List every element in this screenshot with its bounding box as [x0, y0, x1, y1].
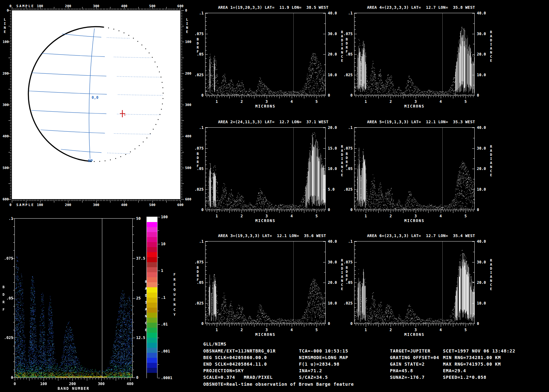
- tick: [99, 200, 99, 201]
- tick: [158, 338, 159, 338]
- line-tick-label: 400: [185, 135, 191, 138]
- area-bdrf-axis-title: D: [197, 42, 199, 45]
- tick: [181, 162, 182, 162]
- area-y-right-label: 15.0: [328, 146, 337, 150]
- tick: [262, 96, 262, 97]
- tick: [267, 96, 267, 98]
- tick: [136, 200, 136, 201]
- tick: [181, 160, 182, 160]
- planet-limb-dotted: [115, 158, 116, 159]
- tick: [242, 96, 242, 98]
- tick: [274, 324, 274, 326]
- tick: [8, 26, 11, 26]
- area-2-title: AREA 2=(24,11,3,3) LAT= 12.7 LON= 37.1 W…: [218, 120, 328, 124]
- tick: [13, 306, 14, 306]
- tick: [403, 210, 403, 213]
- planet-limb-dotted: [150, 133, 151, 134]
- tick: [158, 257, 159, 257]
- tick: [277, 96, 277, 97]
- hist-radiance-axis-title: A: [145, 308, 147, 311]
- tick: [398, 210, 398, 212]
- tick: [116, 8, 116, 10]
- tick: [121, 378, 122, 379]
- tick: [99, 378, 99, 379]
- tick: [181, 24, 182, 25]
- tick: [10, 157, 11, 157]
- tick: [219, 96, 220, 97]
- tick: [10, 125, 11, 125]
- tick: [120, 8, 120, 10]
- planet-limb-dotted: [161, 77, 161, 77]
- tick: [10, 18, 11, 19]
- tick: [127, 8, 127, 10]
- tick: [239, 96, 239, 97]
- tick: [181, 138, 182, 138]
- tick: [229, 324, 230, 327]
- tick: [175, 8, 175, 10]
- tick: [19, 8, 19, 10]
- tick: [284, 324, 285, 326]
- colorbar-segment: [147, 257, 157, 262]
- tick: [237, 324, 237, 326]
- tick: [181, 73, 184, 74]
- tick: [144, 8, 144, 10]
- area-y-left-label: .1: [191, 11, 204, 15]
- tick: [259, 96, 259, 97]
- tick: [18, 8, 18, 10]
- tick: [166, 7, 167, 10]
- tick: [64, 378, 64, 379]
- colorbar-tick-label: 10: [161, 242, 165, 246]
- tick: [78, 8, 78, 10]
- tick: [53, 200, 53, 201]
- tick: [26, 200, 26, 203]
- info-line: GRATING OFFSET=04: [390, 355, 439, 360]
- tick: [175, 200, 175, 201]
- tick: [133, 314, 134, 314]
- tick: [10, 177, 11, 177]
- tick: [181, 69, 182, 69]
- tick: [299, 324, 299, 326]
- tick: [10, 32, 11, 33]
- tick: [247, 324, 247, 326]
- tick: [10, 171, 11, 171]
- tick: [312, 210, 312, 212]
- tick: [319, 324, 319, 326]
- tick: [181, 127, 182, 127]
- area-bdrf-axis-title: R: [346, 160, 348, 164]
- tick: [88, 8, 88, 10]
- tick: [10, 24, 11, 25]
- colorbar-tick-label: 100: [161, 215, 168, 219]
- area-radiance-axis-title: N: [341, 165, 343, 169]
- tick: [386, 96, 386, 97]
- tick: [456, 210, 456, 212]
- tick: [391, 324, 391, 327]
- colorbar-segment: [147, 333, 157, 338]
- tick: [92, 8, 92, 10]
- tick: [371, 96, 371, 97]
- tick: [181, 23, 182, 23]
- tick: [54, 7, 54, 10]
- planet-limb-dotted: [137, 41, 138, 42]
- colorbar-tick-label: 1: [161, 269, 163, 273]
- area-x-tick-label: 5: [313, 100, 320, 103]
- tick: [181, 45, 182, 45]
- latitude-line: [41, 53, 105, 57]
- tick: [27, 8, 28, 10]
- area-x-tick-label: 1: [214, 328, 220, 332]
- tick: [113, 378, 113, 379]
- info-line: F(1 u)=2834.98: [299, 362, 339, 366]
- tick: [106, 8, 106, 10]
- area-3-spectrum-canvas: [205, 241, 325, 324]
- hist-x-tick-label: 300: [97, 382, 106, 386]
- tick: [44, 200, 45, 201]
- tick: [234, 210, 235, 212]
- tick: [10, 92, 11, 93]
- area-y-right-label: 30.0: [328, 260, 337, 264]
- latitude-line-dotted: [107, 38, 130, 38]
- tick: [292, 210, 292, 213]
- tick: [466, 324, 466, 327]
- tick: [77, 8, 77, 10]
- tick: [279, 96, 280, 98]
- tick: [181, 125, 182, 125]
- area-y-left-label: .025: [340, 301, 353, 305]
